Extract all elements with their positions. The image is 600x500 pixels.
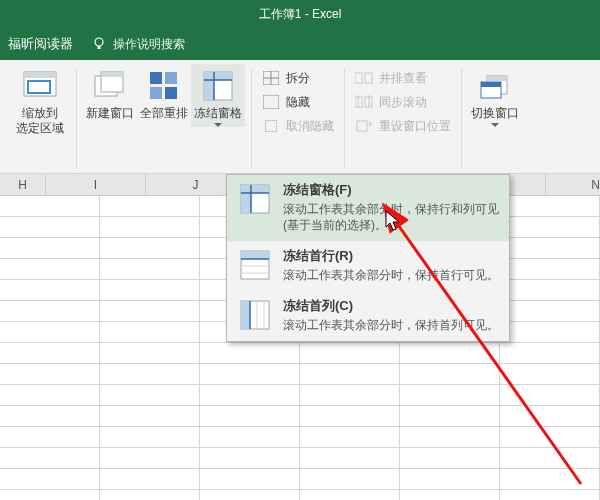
svg-rect-7: [101, 72, 123, 77]
svg-rect-8: [150, 72, 162, 84]
menu-item-title: 冻结窗格(F): [283, 181, 499, 199]
svg-rect-14: [204, 72, 232, 80]
svg-rect-1: [98, 46, 101, 49]
hide-icon: [262, 94, 280, 110]
new-window-label: 新建窗口: [85, 106, 135, 121]
split-icon: [262, 70, 280, 86]
ribbon-tab-strip: 福昕阅读器 操作说明搜索: [0, 28, 600, 60]
menu-item-desc: 滚动工作表其余部分时，保持首列可见。: [283, 317, 499, 333]
sync-scroll-label: 同步滚动: [379, 94, 427, 111]
tab-foxit-reader[interactable]: 福昕阅读器: [8, 35, 73, 53]
new-window-button[interactable]: 新建窗口: [83, 64, 137, 121]
sync-scroll-button: 同步滚动: [355, 90, 451, 114]
menu-item-freeze-panes[interactable]: 冻结窗格(F) 滚动工作表其余部分时，保持行和列可见(基于当前的选择)。: [227, 175, 509, 241]
view-side-by-side-button: 并排查看: [355, 66, 451, 90]
freeze-panes-button[interactable]: 冻结窗格: [191, 64, 245, 127]
workbook-title: 工作簿1 - Excel: [259, 7, 342, 21]
switch-windows-label: 切换窗口: [470, 106, 520, 121]
arrange-all-button[interactable]: 全部重排: [137, 64, 191, 121]
menu-item-title: 冻结首列(C): [283, 297, 499, 315]
split-label: 拆分: [286, 70, 310, 87]
zoom-to-selection-icon: [22, 68, 58, 104]
svg-point-0: [95, 38, 103, 46]
freeze-first-column-icon: [237, 297, 273, 333]
svg-rect-27: [487, 76, 507, 81]
menu-item-freeze-top-row[interactable]: 冻结首行(R) 滚动工作表其余部分时，保持首行可见。: [227, 241, 509, 291]
svg-rect-41: [241, 301, 250, 329]
split-button[interactable]: 拆分: [262, 66, 334, 90]
unhide-label: 取消隐藏: [286, 118, 334, 135]
title-bar: 工作簿1 - Excel: [0, 0, 600, 28]
svg-rect-36: [241, 251, 269, 259]
switch-windows-button[interactable]: 切换窗口: [468, 64, 522, 127]
sync-scroll-icon: [355, 94, 373, 110]
tell-me-label: 操作说明搜索: [113, 36, 185, 53]
reset-window-position-button: 重设窗口位置: [355, 114, 451, 138]
switch-windows-icon: [477, 68, 513, 104]
freeze-panes-label: 冻结窗格: [193, 106, 243, 121]
side-by-side-icon: [355, 70, 373, 86]
arrange-all-label: 全部重排: [139, 106, 189, 121]
svg-rect-25: [357, 121, 367, 131]
unhide-button: 取消隐藏: [262, 114, 334, 138]
arrange-all-icon: [146, 68, 182, 104]
unhide-icon: [262, 118, 280, 134]
col-header[interactable]: H: [0, 174, 46, 195]
svg-rect-32: [241, 185, 269, 193]
svg-rect-9: [165, 72, 177, 84]
svg-rect-11: [165, 87, 177, 99]
svg-rect-20: [263, 95, 279, 109]
svg-rect-21: [355, 73, 362, 83]
lightbulb-icon: [91, 36, 107, 52]
svg-rect-22: [365, 73, 372, 83]
reset-window-position-label: 重设窗口位置: [379, 118, 451, 135]
freeze-panes-option-icon: [237, 181, 273, 217]
svg-rect-29: [481, 82, 501, 87]
hide-button[interactable]: 隐藏: [262, 90, 334, 114]
svg-rect-3: [24, 72, 56, 78]
zoom-to-selection-button[interactable]: 缩放到 选定区域: [10, 64, 70, 136]
freeze-panes-icon: [200, 68, 236, 104]
dropdown-arrow-icon: [214, 123, 222, 127]
ribbon: 缩放到 选定区域 新建窗口 全: [0, 60, 600, 174]
freeze-top-row-icon: [237, 247, 273, 283]
reset-position-icon: [355, 118, 373, 134]
menu-item-desc: 滚动工作表其余部分时，保持首行可见。: [283, 267, 499, 283]
menu-item-freeze-first-column[interactable]: 冻结首列(C) 滚动工作表其余部分时，保持首列可见。: [227, 291, 509, 341]
svg-rect-10: [150, 87, 162, 99]
col-header[interactable]: I: [46, 174, 146, 195]
menu-item-desc: 滚动工作表其余部分时，保持行和列可见(基于当前的选择)。: [283, 201, 499, 233]
dropdown-arrow-icon: [491, 123, 499, 127]
hide-label: 隐藏: [286, 94, 310, 111]
new-window-icon: [92, 68, 128, 104]
view-side-by-side-label: 并排查看: [379, 70, 427, 87]
freeze-panes-menu: 冻结窗格(F) 滚动工作表其余部分时，保持行和列可见(基于当前的选择)。 冻结首…: [226, 174, 510, 342]
tell-me-search[interactable]: 操作说明搜索: [91, 36, 185, 53]
zoom-to-selection-label: 缩放到 选定区域: [12, 106, 68, 136]
menu-item-title: 冻结首行(R): [283, 247, 499, 265]
col-header[interactable]: N: [546, 174, 600, 195]
